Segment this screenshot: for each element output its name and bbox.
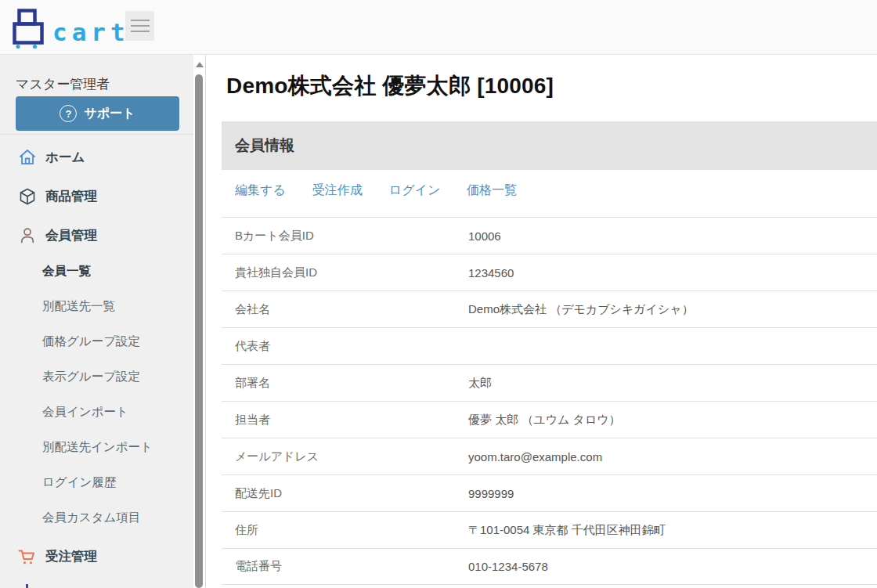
row-value: 010-1234-5678 xyxy=(468,560,548,573)
row-value: 優夢 太郎 （ユウム タロウ） xyxy=(468,413,621,427)
home-icon xyxy=(17,147,38,168)
sidebar-scrollbar[interactable] xyxy=(193,55,205,588)
sidebar-item-members[interactable]: 会員管理 xyxy=(0,218,193,253)
sidebar-item-label: 商品管理 xyxy=(45,188,97,205)
edit-link[interactable]: 編集する xyxy=(235,182,286,199)
row-label: Bカート会員ID xyxy=(222,229,468,243)
sidebar-item-label: ログイン履歴 xyxy=(42,474,116,491)
page-title: Demo株式会社 優夢太郎 [10006] xyxy=(226,71,554,101)
sidebar-subitem-login-history[interactable]: ログイン履歴 xyxy=(0,465,193,500)
sidebar-item-label: 別配送先インポート xyxy=(42,439,153,456)
sidebar-item-products[interactable]: 商品管理 xyxy=(0,179,193,214)
hamburger-icon xyxy=(131,25,150,27)
table-row: メールアドレス yoom.taro@example.com xyxy=(222,438,877,474)
role-label: マスター管理者 xyxy=(16,75,110,93)
sidebar-item-label: ホーム xyxy=(45,149,85,166)
scrollbar-thumb[interactable] xyxy=(195,74,203,588)
member-info-table: Bカート会員ID 10006 貴社独自会員ID 1234560 会社名 Demo… xyxy=(222,217,877,585)
bcart-logo-text: cart xyxy=(52,18,130,46)
table-row: 貴社独自会員ID 1234560 xyxy=(222,254,877,290)
app-window: cart マスター管理者 ? サポート ホーム xyxy=(0,0,877,588)
row-value: 1234560 xyxy=(468,266,514,280)
bcart-logo-icon xyxy=(13,7,45,49)
bcart-logo[interactable]: cart xyxy=(13,7,130,49)
row-label: 部署名 xyxy=(222,376,468,391)
sidebar-subitem-display-group[interactable]: 表示グループ設定 xyxy=(0,359,193,394)
scroll-up-arrow-icon[interactable] xyxy=(196,62,204,67)
row-label: 配送先ID xyxy=(222,486,468,501)
row-label: 住所 xyxy=(222,523,468,538)
sidebar-subitem-alt-shipping-import[interactable]: 別配送先インポート xyxy=(0,430,193,464)
sidebar-item-label: 受注管理 xyxy=(45,548,97,565)
support-button[interactable]: ? サポート xyxy=(16,96,179,131)
table-row: 部署名 太郎 xyxy=(222,364,877,401)
table-row: 配送先ID 9999999 xyxy=(222,474,877,511)
row-value: 〒101-0054 東京都 千代田区神田錦町 xyxy=(468,523,666,538)
table-row: 会社名 Demo株式会社 （デモカブシキガイシャ） xyxy=(222,290,877,327)
partial-next-section-icon xyxy=(26,584,28,588)
sidebar-item-home[interactable]: ホーム xyxy=(0,140,193,175)
cube-icon xyxy=(17,186,38,207)
hamburger-icon xyxy=(131,20,150,21)
row-value: 9999999 xyxy=(468,487,514,500)
row-value: 10006 xyxy=(468,229,501,243)
sidebar-subitem-member-import[interactable]: 会員インポート xyxy=(0,395,193,429)
sidebar: マスター管理者 ? サポート ホーム xyxy=(0,55,193,588)
cart-icon xyxy=(17,547,38,567)
question-circle-icon: ? xyxy=(60,105,77,122)
price-list-link[interactable]: 価格一覧 xyxy=(467,182,517,199)
sidebar-item-label: 価格グループ設定 xyxy=(42,334,140,350)
table-row: Bカート会員ID 10006 xyxy=(222,217,877,254)
hamburger-icon xyxy=(131,31,150,32)
row-label: メールアドレス xyxy=(222,449,468,464)
table-row: 代表者 xyxy=(222,327,877,364)
person-icon xyxy=(17,225,38,246)
sidebar-item-label: 会員カスタム項目 xyxy=(42,510,140,526)
table-row: 電話番号 010-1234-5678 xyxy=(222,548,877,585)
create-order-link[interactable]: 受注作成 xyxy=(312,182,363,199)
support-button-label: サポート xyxy=(84,106,135,122)
sidebar-item-label: 表示グループ設定 xyxy=(42,369,140,385)
row-label: 担当者 xyxy=(222,413,468,427)
row-label: 会社名 xyxy=(222,302,468,317)
table-row: 住所 〒101-0054 東京都 千代田区神田錦町 xyxy=(222,511,877,548)
sidebar-subitem-member-custom-fields[interactable]: 会員カスタム項目 xyxy=(0,500,193,535)
row-label: 代表者 xyxy=(222,339,468,354)
row-label: 電話番号 xyxy=(222,559,468,574)
menu-toggle-button[interactable] xyxy=(125,11,154,41)
action-links: 編集する 受注作成 ログイン 価格一覧 xyxy=(235,182,543,199)
sidebar-subitem-member-list[interactable]: 会員一覧 xyxy=(0,254,193,288)
sidebar-divider xyxy=(0,134,193,135)
sidebar-item-label: 会員管理 xyxy=(45,227,97,244)
section-title: 会員情報 xyxy=(235,135,294,156)
row-value: Demo株式会社 （デモカブシキガイシャ） xyxy=(468,302,694,317)
row-value: 太郎 xyxy=(468,376,492,391)
sidebar-item-orders[interactable]: 受注管理 xyxy=(0,539,193,574)
sidebar-subitem-price-group[interactable]: 価格グループ設定 xyxy=(0,324,193,359)
topbar: cart xyxy=(0,0,877,55)
row-label: 貴社独自会員ID xyxy=(222,265,468,280)
row-value: yoom.taro@example.com xyxy=(468,450,602,464)
sidebar-item-label: 会員インポート xyxy=(42,404,128,420)
sidebar-subitem-alt-shipping-list[interactable]: 別配送先一覧 xyxy=(0,289,193,323)
section-header: 会員情報 xyxy=(222,121,877,170)
table-row: 担当者 優夢 太郎 （ユウム タロウ） xyxy=(222,401,877,438)
login-link[interactable]: ログイン xyxy=(389,182,441,199)
main-content: Demo株式会社 優夢太郎 [10006] 会員情報 編集する 受注作成 ログイ… xyxy=(206,55,877,588)
sidebar-item-label: 別配送先一覧 xyxy=(42,298,115,315)
sidebar-item-label: 会員一覧 xyxy=(42,263,91,280)
